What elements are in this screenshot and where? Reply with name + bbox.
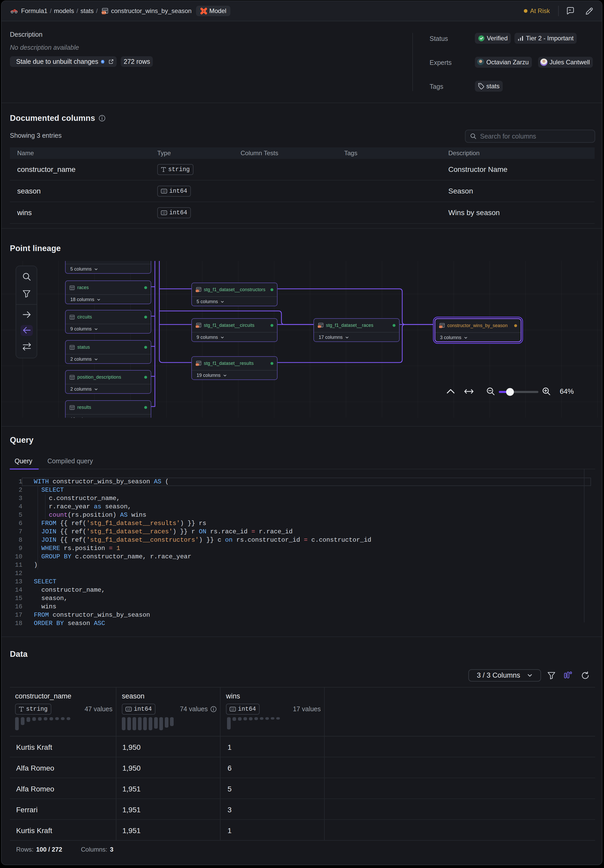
svg-text:</>: </> [102,11,106,14]
svg-text:12: 12 [127,708,130,711]
svg-text:</>: </> [317,326,321,328]
svg-text:12: 12 [163,211,166,214]
svg-text:</>: </> [195,364,199,366]
svg-text:</>: </> [439,326,443,328]
svg-text:12: 12 [163,189,166,193]
svg-text:</>: </> [195,326,199,328]
svg-text:</>: </> [195,290,199,292]
svg-text:12: 12 [231,708,234,711]
